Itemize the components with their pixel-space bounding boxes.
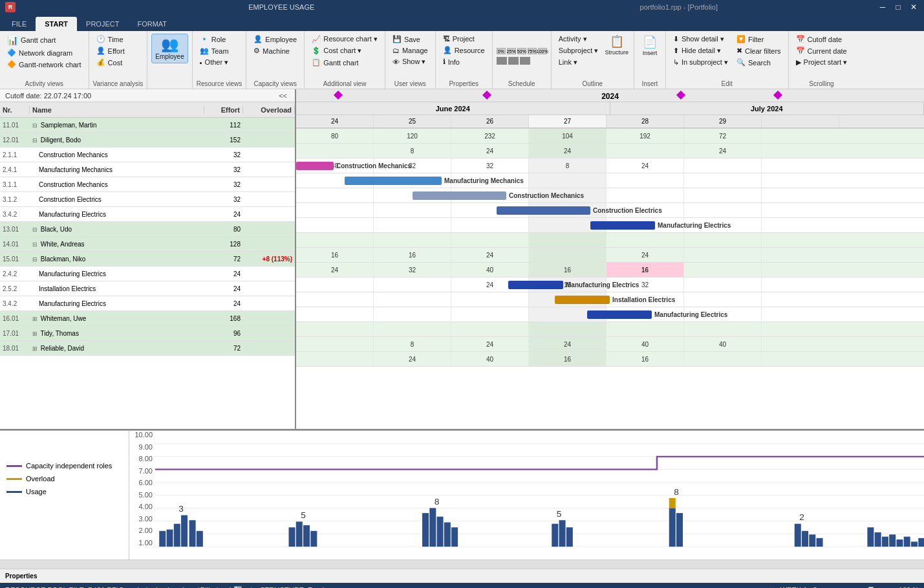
svg-rect-48 [918, 538, 924, 547]
expand-icon[interactable]: ⊟ [32, 256, 38, 263]
gantt-cell [684, 292, 762, 307]
cell-name: Manufacturing Mechanics [30, 166, 204, 173]
table-row[interactable]: 17.01 ⊞ Tidy, Thomas 96 [0, 326, 295, 341]
gantt-cell: 16 [374, 248, 451, 262]
cell-name: Installation Electrics [30, 285, 204, 292]
cell-nr: 2.1.1 [0, 151, 30, 158]
svg-rect-10 [159, 531, 166, 547]
btn-resource-chart[interactable]: 📈Resource chart ▾ [308, 34, 381, 45]
btn-cost[interactable]: 💰Cost [93, 57, 128, 68]
cell-effort: 32 [204, 166, 243, 173]
legend-overload: Overload [6, 475, 122, 483]
group-employee: 👥 Employee [147, 31, 192, 89]
table-row[interactable]: 18.01 ⊞ Reliable, David 72 [0, 341, 295, 356]
btn-cap-employee[interactable]: 👤Employee [250, 34, 300, 45]
properties-panel[interactable]: Properties [0, 569, 924, 583]
btn-show[interactable]: 👁Show ▾ [389, 56, 431, 67]
table-row[interactable]: 3.1.1 Construction Mechanics 32 [0, 177, 295, 192]
table-row[interactable]: 2.4.1 Manufacturing Mechanics 32 [0, 162, 295, 177]
btn-cost-chart[interactable]: 💲Cost chart ▾ [308, 45, 381, 56]
table-row[interactable]: 11.01 ⊟ Sampleman, Martin 112 [0, 118, 295, 133]
btn-cutoff-date[interactable]: 📅Cutoff date [793, 34, 851, 45]
y-3: 3.00 [139, 515, 153, 523]
btn-show-detail[interactable]: ⬇Show detail ▾ [670, 34, 731, 45]
table-row[interactable]: 15.01 ⊟ Blackman, Niko 72 +8 (113%) [0, 252, 295, 267]
tab-start[interactable]: START [36, 17, 77, 31]
table-row[interactable]: 3.1.2 Construction Electrics 32 [0, 192, 295, 207]
btn-info[interactable]: ℹInfo [440, 56, 488, 67]
btn-gantt-network[interactable]: 🔶Gantt-network chart [4, 59, 85, 70]
btn-filter[interactable]: 🔽Filter [733, 34, 784, 45]
close-btn[interactable]: ✕ [908, 3, 919, 12]
btn-subproject[interactable]: Subproject ▾ [555, 45, 602, 56]
svg-text:8: 8 [674, 488, 679, 497]
btn-in-subproject[interactable]: ↳In subproject ▾ [670, 57, 731, 68]
file-name: portfolio1.rpp - [Portfolio] [480, 3, 878, 11]
btn-structure[interactable]: 📋 Structure [603, 34, 630, 57]
btn-gantt-chart[interactable]: 📊Gantt chart [4, 34, 85, 47]
tab-file[interactable]: FILE [3, 17, 36, 31]
btn-activity[interactable]: Activity ▾ [555, 34, 602, 45]
table-row[interactable]: 16.01 ⊞ Whiteman, Uwe 168 [0, 311, 295, 326]
expand-icon[interactable]: ⊟ [32, 122, 38, 129]
table-row[interactable]: 2.1.1 Construction Mechanics 32 [0, 147, 295, 162]
btn-other[interactable]: ▪Other ▾ [197, 57, 232, 68]
tab-format[interactable]: FORMAT [128, 17, 176, 31]
btn-clear-filters[interactable]: ✖Clear filters [733, 45, 784, 56]
gantt-cell: 24 [374, 352, 451, 366]
tab-project[interactable]: PROJECT [77, 17, 128, 31]
btn-project[interactable]: 🏗Project [440, 34, 488, 44]
btn-current-date[interactable]: 📅Current date [793, 45, 851, 56]
expand-icon[interactable]: ⊞ [32, 316, 38, 322]
table-row[interactable]: 14.01 ⊟ White, Andreas 128 [0, 237, 295, 252]
expand-icon[interactable]: ⊟ [32, 241, 38, 248]
btn-network-diagram[interactable]: 🔷Network diagram [4, 47, 85, 58]
maximize-btn[interactable]: □ [893, 3, 903, 12]
btn-machine[interactable]: ⚙Machine [250, 45, 300, 56]
refresh-icon[interactable]: 🔄 [233, 586, 242, 589]
view-icon2[interactable]: ⊞ [769, 586, 775, 589]
gantt-bar [587, 310, 652, 319]
table-row[interactable]: 13.01 ⊟ Black, Udo 80 [0, 222, 295, 237]
expand-icon[interactable]: ⊞ [32, 345, 38, 352]
minimize-btn[interactable]: ─ [877, 3, 888, 12]
gantt-cell [296, 188, 374, 202]
btn-resource[interactable]: 👤Resource [440, 45, 488, 56]
scrollbar[interactable] [0, 560, 924, 569]
btn-save[interactable]: 💾Save [389, 34, 431, 45]
table-row[interactable]: 12.01 ⊟ Diligent, Bodo 152 [0, 133, 295, 147]
nav-prev[interactable]: << [276, 92, 290, 100]
table-row[interactable]: 2.4.2 Manufacturing Electrics 24 [0, 267, 295, 281]
btn-manage[interactable]: 🗂Manage [389, 45, 431, 56]
btn-time[interactable]: 🕐Time [93, 34, 128, 45]
btn-link[interactable]: Link ▾ [555, 57, 602, 68]
cell-name: ⊞ Reliable, David [30, 345, 204, 352]
btn-insert[interactable]: 📄 Insert [638, 34, 661, 58]
status-left: RESOURCE POOL FILE: D:\01 RP\Samples\_cl… [5, 586, 339, 589]
btn-project-start[interactable]: ▶Project start ▾ [793, 57, 851, 68]
group-label-activity: Activity views [4, 80, 85, 87]
gantt-cell: 40 [684, 337, 762, 351]
expand-icon[interactable]: ⊟ [32, 226, 38, 233]
day-26: 26 [451, 115, 529, 127]
expand-icon[interactable]: ⊞ [32, 331, 38, 337]
expand-icon[interactable]: ⊟ [32, 137, 38, 144]
btn-role[interactable]: 🔹Role [197, 34, 232, 45]
table-row[interactable]: 2.5.2 Installation Electrics 24 [0, 281, 295, 296]
btn-hide-detail[interactable]: ⬆Hide detail ▾ [670, 45, 731, 56]
table-row[interactable]: 3.4.2 Manufacturing Electrics 24 [0, 207, 295, 222]
cell-nr: 3.1.1 [0, 181, 30, 188]
gantt-bar [413, 191, 506, 200]
table-row[interactable]: 3.4.2 Manufacturing Electrics 24 [0, 296, 295, 311]
btn-gantt-chart2[interactable]: 📋Gantt chart [308, 57, 381, 68]
svg-rect-33 [676, 513, 683, 547]
cell-effort: 168 [204, 315, 243, 322]
btn-effort[interactable]: 👤Effort [93, 45, 128, 56]
btn-employee[interactable]: 👥 Employee [151, 34, 188, 63]
btn-team[interactable]: 👥Team [197, 45, 232, 56]
btn-search[interactable]: 🔍Search [733, 57, 784, 68]
y-6: 6.00 [139, 479, 153, 486]
y-1: 1.00 [139, 539, 153, 547]
cell-effort: 152 [204, 136, 243, 144]
gantt-cell [296, 144, 374, 158]
